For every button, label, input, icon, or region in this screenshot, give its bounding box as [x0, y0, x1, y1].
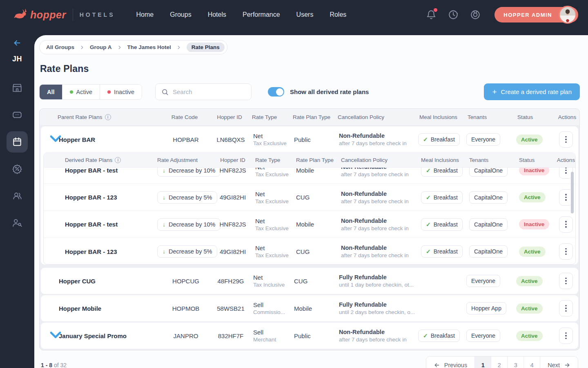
brand[interactable]: hopper HOTELS — [14, 9, 115, 21]
info-icon[interactable]: i — [105, 114, 111, 120]
content-panel: All Groups Group A The James Hotel Rate … — [34, 35, 588, 368]
info-icon[interactable]: i — [115, 157, 121, 163]
page-2-button[interactable]: 2 — [491, 357, 508, 368]
cancellation-policy-sub: after 7 days before check in — [341, 171, 421, 177]
table-row: Hopper CUG HOPCUG 48FH29G NetTax Inclusi… — [41, 268, 578, 294]
derived-table-header-row: Derived Rate Plansi Rate Adjustment Hopp… — [44, 153, 575, 168]
sidebar-item-ticket[interactable] — [7, 104, 28, 126]
nav-item-performance[interactable]: Performance — [243, 11, 280, 18]
sidebar-item-rate-plans[interactable] — [7, 131, 28, 153]
brand-divider — [73, 9, 73, 21]
status-badge: Active — [516, 331, 543, 341]
cancellation-policy-sub: after 7 days before check in — [339, 140, 418, 146]
tenant-chip: CapitalOne — [469, 218, 508, 231]
bell-icon[interactable] — [426, 9, 437, 20]
avatar[interactable] — [559, 6, 577, 24]
tenant-chip: CapitalOne — [469, 191, 508, 204]
rate-plan-name: January Special Promo — [59, 332, 163, 339]
nav-item-home[interactable]: Home — [136, 11, 154, 18]
meal-chip: ✓Breakfast — [421, 168, 463, 177]
breadcrumb-all-groups[interactable]: All Groups — [46, 44, 74, 50]
table-row: Hopper Mobile HOPMOB 58WSB21 SellCommiss… — [41, 295, 578, 321]
check-icon: ✓ — [423, 332, 428, 339]
admin-label: HOPPER ADMIN — [503, 12, 552, 18]
red-dot-icon — [107, 90, 111, 94]
previous-page-button[interactable]: Previous — [426, 357, 475, 368]
row-actions-button[interactable] — [559, 328, 573, 344]
table-row: January Special Promo JANPRO 832HF7F Sel… — [41, 323, 578, 349]
nav-item-roles[interactable]: Roles — [330, 11, 346, 18]
breadcrumb-hotel[interactable]: The James Hotel — [127, 44, 171, 50]
nav-item-groups[interactable]: Groups — [170, 11, 191, 18]
header-actions: Actions — [557, 157, 575, 163]
chevron-down-icon[interactable] — [47, 142, 65, 149]
breadcrumb: All Groups Group A The James Hotel Rate … — [39, 40, 227, 54]
header-status: Status — [517, 114, 555, 120]
breadcrumb-group-a[interactable]: Group A — [90, 44, 112, 50]
support-icon[interactable] — [470, 9, 481, 20]
filter-tab-all[interactable]: All — [40, 85, 62, 99]
meal-chip: ✓Breakfast — [421, 218, 463, 231]
nav-item-hotels[interactable]: Hotels — [208, 11, 226, 18]
sidebar: JH — [0, 29, 34, 368]
check-icon: ✓ — [426, 221, 431, 228]
sidebar-item-users[interactable] — [7, 185, 28, 206]
derived-plan-name: Hopper BAR - test — [65, 221, 157, 228]
meal-chip: ✓Breakfast — [418, 330, 460, 342]
tenant-chip: Hopper App — [466, 302, 506, 314]
row-actions-button[interactable] — [559, 300, 573, 316]
header-actions: Actions — [555, 114, 579, 120]
scrollbar[interactable] — [571, 172, 574, 213]
rate-plan-type: Mobile — [296, 168, 341, 174]
page-3-button[interactable]: 3 — [508, 357, 524, 368]
chevron-down-icon[interactable] — [47, 338, 65, 345]
arrow-down-icon: ↓ — [163, 194, 165, 201]
row-actions-button[interactable] — [559, 273, 573, 289]
search-input[interactable] — [173, 88, 245, 95]
cancellation-policy: Fully Refundable — [339, 301, 418, 308]
cancellation-policy-sub: after 7 days before check in — [341, 198, 421, 204]
filter-tab-inactive[interactable]: Inactive — [100, 85, 142, 99]
page-title: Rate Plans — [40, 63, 580, 74]
toggle-knob — [276, 88, 283, 96]
hopper-rabbit-logo-icon — [14, 9, 28, 21]
next-page-button[interactable]: Next — [540, 357, 578, 368]
page-4-button[interactable]: 4 — [524, 357, 540, 368]
header-meal-inclusions: Meal Inclusions — [421, 157, 469, 163]
status-badge: Active — [519, 192, 546, 202]
back-arrow-icon[interactable] — [13, 38, 22, 47]
meal-chip: ✓Breakfast — [421, 245, 463, 258]
admin-menu-button[interactable]: HOPPER ADMIN — [494, 7, 578, 22]
rate-type-sub: Commissio... — [253, 309, 294, 315]
derived-rows-scroll-area[interactable]: Hopper BAR - test ↓Decrease by 10% HNF82… — [44, 168, 575, 264]
filter-tab-active[interactable]: Active — [62, 85, 100, 99]
derived-row: Hopper BAR - test ↓Decrease by 10% HNF82… — [44, 168, 575, 184]
rate-plan-type: CUG — [296, 194, 341, 201]
derived-plans-toggle[interactable] — [268, 87, 284, 96]
create-derived-rate-plan-button[interactable]: + Create a derived rate plan — [484, 83, 580, 100]
nav-item-users[interactable]: Users — [296, 11, 314, 18]
sidebar-item-user-roles[interactable] — [7, 212, 28, 233]
page-1-button[interactable]: 1 — [475, 357, 491, 368]
row-actions-button[interactable] — [559, 243, 573, 260]
rate-code: JANPRO — [163, 332, 208, 339]
derived-rate-plans-table: Derived Rate Plansi Rate Adjustment Hopp… — [43, 153, 576, 265]
row-actions-button[interactable] — [559, 131, 573, 148]
rate-type-sub: Tax Exclusive — [253, 140, 294, 146]
history-icon[interactable] — [448, 9, 459, 20]
rate-plan-name: Hopper BAR — [59, 136, 163, 143]
derived-row: Hopper BAR - 123 ↓Decrease by 5% 49GI82H… — [44, 238, 575, 264]
search-box[interactable] — [155, 83, 252, 100]
header-parent-rate-plans: Parent Rate Plans — [58, 114, 102, 120]
header-rate-plan-type: Rate Plan Type — [296, 157, 341, 163]
header-rate-type: Rate Type — [255, 157, 296, 163]
hopper-id: 49GI82HI — [210, 194, 255, 201]
sidebar-item-hotel[interactable] — [7, 77, 28, 99]
rate-type-sub: Merchant — [253, 337, 294, 343]
header-cancellation-policy: Cancellation Policy — [341, 157, 421, 163]
rate-type-sub: Tax Exclusive — [255, 171, 296, 177]
table-header-row: Parent Rate Plansi Rate Code Hopper ID R… — [40, 109, 579, 125]
row-actions-button[interactable] — [559, 216, 573, 233]
sidebar-item-discounts[interactable] — [7, 158, 28, 180]
rate-plan-type: CUG — [294, 278, 339, 285]
